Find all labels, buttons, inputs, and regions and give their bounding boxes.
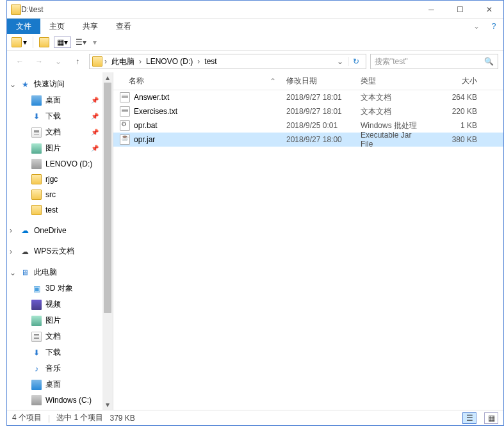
nav-pictures[interactable]: 图片📌 xyxy=(7,140,113,156)
nav-src[interactable]: src xyxy=(7,187,113,202)
file-row[interactable]: opr.jar2018/9/27 18:00Executable Jar Fil… xyxy=(113,133,503,147)
file-date: 2018/9/27 18:01 xyxy=(281,107,355,116)
navigation-pane: ⌄★快速访问 桌面📌 ⬇下载📌 文档📌 图片📌 LENOVO (D:) rjgc… xyxy=(7,72,113,410)
view-large-icons-button[interactable]: ▦ xyxy=(484,412,498,424)
pin-icon: 📌 xyxy=(91,97,99,104)
col-date[interactable]: 修改日期 xyxy=(281,76,355,86)
nav-desktop-pc[interactable]: 桌面 xyxy=(7,376,113,393)
col-name[interactable]: 名称⌃ xyxy=(113,76,281,86)
view-details-button[interactable]: ☰ xyxy=(462,412,476,424)
nav-3d-objects[interactable]: ▣3D 对象 xyxy=(7,280,113,296)
breadcrumb-chevron-icon[interactable]: › xyxy=(102,57,109,66)
status-item-count: 4 个项目 xyxy=(12,412,42,423)
ribbon-expand-button[interactable]: ⌄ xyxy=(469,19,484,34)
nav-downloads[interactable]: ⬇下载📌 xyxy=(7,108,113,124)
file-icon xyxy=(120,106,130,117)
nav-this-pc[interactable]: ⌄🖥此电脑 xyxy=(7,264,113,280)
file-size: 264 KB xyxy=(431,93,482,102)
search-input[interactable]: 搜索"test" 🔍 xyxy=(370,54,498,69)
pin-icon: 📌 xyxy=(91,129,99,136)
scroll-up-button[interactable]: ▴ xyxy=(102,72,113,83)
ribbon-tabs: 文件 主页 共享 查看 ⌄ ? xyxy=(7,19,503,34)
file-name: opr.jar xyxy=(134,135,155,144)
window-title: D:\test xyxy=(21,5,417,14)
nav-back-button[interactable]: ← xyxy=(12,54,28,69)
help-button[interactable]: ? xyxy=(484,19,503,34)
maximize-button[interactable]: ☐ xyxy=(446,1,475,19)
address-icon xyxy=(92,56,102,67)
file-row[interactable]: Exercises.txt2018/9/27 18:01文本文档220 KB xyxy=(113,104,503,118)
qat-options-button[interactable]: ☰▾ xyxy=(74,36,88,48)
nav-quick-access[interactable]: ⌄★快速访问 xyxy=(7,76,113,92)
address-dropdown-button[interactable]: ⌄ xyxy=(334,57,346,66)
breadcrumb-chevron-icon[interactable]: › xyxy=(137,57,143,66)
nav-documents-pc[interactable]: 文档 xyxy=(7,328,113,344)
file-icon xyxy=(120,92,130,102)
file-row[interactable]: Answer.txt2018/9/27 18:01文本文档264 KB xyxy=(113,90,503,104)
breadcrumb-drive[interactable]: LENOVO (D:) xyxy=(143,57,195,66)
file-name: Answer.txt xyxy=(134,93,169,102)
file-size: 220 KB xyxy=(431,107,482,116)
qat-view-button[interactable]: ▦▾ xyxy=(54,36,71,48)
close-button[interactable]: ✕ xyxy=(475,1,503,19)
nav-pictures-pc[interactable]: 图片 xyxy=(7,312,113,328)
nav-rjgc[interactable]: rjgc xyxy=(7,172,113,187)
minimize-button[interactable]: ─ xyxy=(417,1,446,19)
file-date: 2018/9/25 0:01 xyxy=(281,121,355,130)
quick-access-toolbar: ▾ ▦▾ ☰▾ ▾ xyxy=(7,34,503,51)
nav-up-button[interactable]: ↑ xyxy=(70,54,85,69)
nav-desktop[interactable]: 桌面📌 xyxy=(7,92,113,108)
search-placeholder: 搜索"test" xyxy=(375,56,484,67)
file-name: opr.bat xyxy=(134,121,158,130)
qat-folder-button[interactable] xyxy=(37,36,51,49)
tab-view[interactable]: 查看 xyxy=(107,19,140,34)
file-list-area: 名称⌃ 修改日期 类型 大小 Answer.txt2018/9/27 18:01… xyxy=(113,72,503,410)
file-type: Executable Jar File xyxy=(355,131,431,149)
nav-scrollbar[interactable]: ▴ ▾ xyxy=(102,72,113,410)
search-icon[interactable]: 🔍 xyxy=(484,57,494,66)
nav-documents[interactable]: 文档📌 xyxy=(7,124,113,140)
breadcrumb-chevron-icon[interactable]: › xyxy=(195,57,202,66)
nav-videos[interactable]: 视频 xyxy=(7,296,113,312)
column-headers: 名称⌃ 修改日期 类型 大小 xyxy=(113,72,503,90)
col-type[interactable]: 类型 xyxy=(355,76,431,86)
nav-windows-c[interactable]: Windows (C:) xyxy=(7,393,113,408)
file-date: 2018/9/27 18:01 xyxy=(281,93,355,102)
file-type: Windows 批处理 xyxy=(355,120,431,131)
address-bar-row: ← → ⌄ ↑ › 此电脑 › LENOVO (D:) › test ⌄ ↻ 搜… xyxy=(7,51,503,72)
file-type: 文本文档 xyxy=(355,106,431,117)
window-icon xyxy=(11,4,21,15)
status-size: 379 KB xyxy=(110,414,134,423)
nav-forward-button[interactable]: → xyxy=(31,54,47,69)
qat-customize-button[interactable]: ▾ xyxy=(91,36,99,48)
nav-downloads-pc[interactable]: ⬇下载 xyxy=(7,344,113,360)
tab-file[interactable]: 文件 xyxy=(7,19,40,34)
tab-share[interactable]: 共享 xyxy=(74,19,107,34)
file-row[interactable]: opr.bat2018/9/25 0:01Windows 批处理1 KB xyxy=(113,118,503,133)
status-selection: 选中 1 个项目 xyxy=(56,412,103,423)
refresh-button[interactable]: ↻ xyxy=(348,57,363,66)
scroll-thumb[interactable] xyxy=(104,83,111,313)
nav-onedrive[interactable]: ›☁OneDrive xyxy=(7,223,113,238)
nav-recent-button[interactable]: ⌄ xyxy=(51,54,66,69)
nav-music[interactable]: ♪音乐 xyxy=(7,360,113,376)
status-bar: 4 个项目 | 选中 1 个项目 379 KB ☰ ▦ xyxy=(7,410,503,425)
nav-test[interactable]: test xyxy=(7,202,113,218)
file-size: 1 KB xyxy=(431,121,482,130)
address-bar[interactable]: › 此电脑 › LENOVO (D:) › test ⌄ ↻ xyxy=(89,54,366,69)
breadcrumb-folder[interactable]: test xyxy=(202,57,219,66)
file-icon xyxy=(120,134,130,145)
nav-wps[interactable]: ›☁WPS云文档 xyxy=(7,243,113,259)
qat-back-button[interactable]: ▾ xyxy=(10,36,29,49)
breadcrumb-root[interactable]: 此电脑 xyxy=(109,56,137,67)
pin-icon: 📌 xyxy=(91,145,99,152)
title-bar: D:\test ─ ☐ ✕ xyxy=(7,1,503,19)
file-date: 2018/9/27 18:00 xyxy=(281,135,355,144)
col-size[interactable]: 大小 xyxy=(431,76,482,86)
pin-icon: 📌 xyxy=(91,113,99,120)
file-list: Answer.txt2018/9/27 18:01文本文档264 KBExerc… xyxy=(113,90,503,147)
nav-lenovo-d[interactable]: LENOVO (D:) xyxy=(7,156,113,172)
scroll-down-button[interactable]: ▾ xyxy=(102,400,113,410)
file-icon xyxy=(120,120,130,131)
tab-home[interactable]: 主页 xyxy=(40,19,74,34)
